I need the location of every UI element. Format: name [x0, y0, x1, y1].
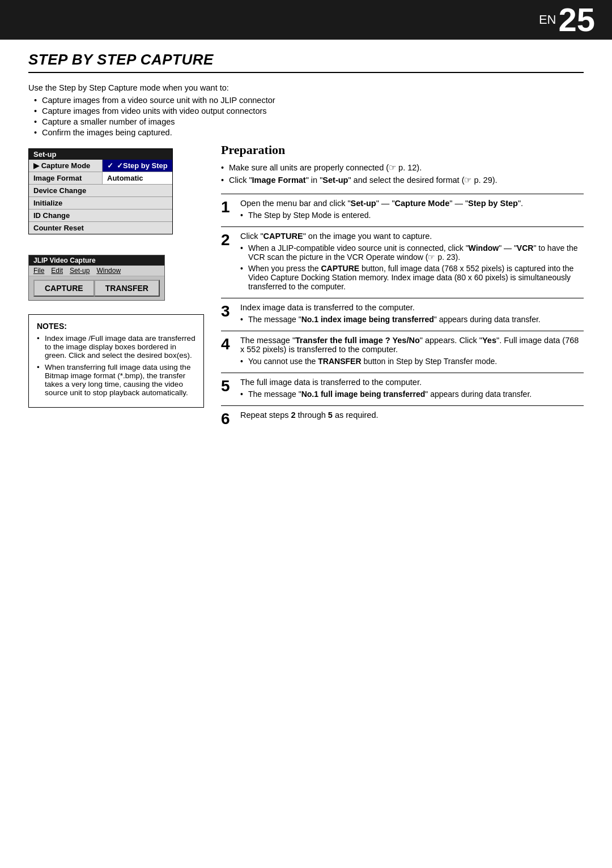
- setup-menu-value-capture: ✓✓Step by Step: [103, 160, 172, 172]
- step-6-num: 6: [221, 411, 240, 428]
- notes-bullet-2: When transferring full image data using …: [37, 363, 196, 397]
- setup-menu-row-device[interactable]: Device Change: [29, 185, 172, 197]
- page-number: 25: [558, 3, 595, 36]
- notes-bullets: Index image /Full image data are transfe…: [37, 334, 196, 397]
- checkmark-icon: ✓: [107, 161, 113, 170]
- intro-bullet-2: Capture images from video units with vid…: [34, 106, 584, 116]
- step-5-subs: The message "No.1 full image being trans…: [240, 390, 584, 399]
- prep-bullet-2: Click "Image Format" in "Set-up" and sel…: [221, 176, 584, 185]
- capture-button[interactable]: CAPTURE: [33, 280, 94, 297]
- step-6-main: Repeat steps 2 through 5 as required.: [240, 411, 584, 420]
- step-3: 3 Index image data is transferred to the…: [221, 298, 584, 331]
- step-4-content: The message "Transfer the full image ? Y…: [240, 336, 584, 368]
- step-4: 4 The message "Transfer the full image ?…: [221, 331, 584, 373]
- step-1-content: Open the menu bar and click "Set-up" — "…: [240, 199, 584, 222]
- notes-title: NOTES:: [37, 322, 196, 331]
- step-6-content: Repeat steps 2 through 5 as required.: [240, 411, 584, 428]
- preparation-heading: Preparation: [221, 143, 584, 157]
- intro-lead: Use the Step by Step Capture mode when y…: [28, 83, 584, 92]
- step-3-main: Index image data is transferred to the c…: [240, 303, 584, 312]
- setup-menu: Set-up ▶ Capture Mode ✓✓Step by Step Ima…: [28, 148, 173, 234]
- setup-menu-label-format: Image Format: [29, 172, 103, 184]
- header-bar: EN 25: [0, 0, 612, 40]
- setup-menu-row-format[interactable]: Image Format Automatic: [29, 172, 172, 185]
- step-3-sub-1: The message "No.1 index image being tran…: [240, 315, 584, 324]
- step-2-num: 2: [221, 232, 240, 293]
- step-5-main: The full image data is transferred to th…: [240, 378, 584, 387]
- step-1-main: Open the menu bar and click "Set-up" — "…: [240, 199, 584, 208]
- step-3-subs: The message "No.1 index image being tran…: [240, 315, 584, 324]
- setup-menu-row-capture[interactable]: ▶ Capture Mode ✓✓Step by Step: [29, 160, 172, 172]
- page-title: STEP BY STEP CAPTURE: [28, 51, 584, 73]
- step-5-content: The full image data is transferred to th…: [240, 378, 584, 401]
- step-1-sub-1: The Step by Step Mode is entered.: [240, 211, 584, 220]
- step-1-num: 1: [221, 199, 240, 222]
- step-3-content: Index image data is transferred to the c…: [240, 303, 584, 326]
- step-6: 6 Repeat steps 2 through 5 as required.: [221, 405, 584, 433]
- notes-box: NOTES: Index image /Full image data are …: [28, 314, 204, 408]
- intro-bullet-3: Capture a smaller number of images: [34, 117, 584, 126]
- step-2-sub-1: When a JLIP-compatible video source unit…: [240, 243, 584, 262]
- intro-bullet-1: Capture images from a video source unit …: [34, 96, 584, 105]
- setup-menu-rows: ▶ Capture Mode ✓✓Step by Step Image Form…: [29, 160, 172, 234]
- notes-bullet-1: Index image /Full image data are transfe…: [37, 334, 196, 360]
- setup-menu-row-idchange[interactable]: ID Change: [29, 209, 172, 222]
- step-1: 1 Open the menu bar and click "Set-up" —…: [221, 194, 584, 226]
- step-2-subs: When a JLIP-compatible video source unit…: [240, 243, 584, 291]
- step-2-main: Click "CAPTURE" on the image you want to…: [240, 232, 584, 241]
- en-label: EN: [539, 12, 556, 27]
- intro-bullets: Capture images from a video source unit …: [34, 96, 584, 137]
- jlip-buttons: CAPTURE TRANSFER: [29, 276, 164, 300]
- page-content: STEP BY STEP CAPTURE Use the Step by Ste…: [0, 40, 612, 455]
- jlip-menu-file[interactable]: File: [33, 267, 44, 275]
- step-5-num: 5: [221, 378, 240, 401]
- step-3-num: 3: [221, 303, 240, 326]
- jlip-menu-bar: File Edit Set-up Window: [29, 266, 164, 276]
- setup-menu-row-initialize[interactable]: Initialize: [29, 197, 172, 209]
- step-2-content: Click "CAPTURE" on the image you want to…: [240, 232, 584, 293]
- setup-menu-label-capture: ▶ Capture Mode: [29, 160, 103, 172]
- step-4-sub-1: You cannot use the TRANSFER button in St…: [240, 357, 584, 366]
- jlip-menu-edit[interactable]: Edit: [51, 267, 63, 275]
- jlip-menu-setup[interactable]: Set-up: [70, 267, 90, 275]
- arrow-right-icon: ▶: [33, 161, 41, 170]
- transfer-button[interactable]: TRANSFER: [94, 280, 160, 297]
- step-2-sub-2: When you press the CAPTURE button, full …: [240, 264, 584, 291]
- left-column: Set-up ▶ Capture Mode ✓✓Step by Step Ima…: [28, 143, 204, 433]
- intro-bullet-4: Confirm the images being captured.: [34, 128, 584, 137]
- setup-menu-value-format: Automatic: [103, 172, 172, 184]
- steps-list: 1 Open the menu bar and click "Set-up" —…: [221, 194, 584, 433]
- setup-menu-row-counterreset[interactable]: Counter Reset: [29, 222, 172, 234]
- jlip-menu-window[interactable]: Window: [96, 267, 121, 275]
- preparation-bullets: Make sure all units are properly connect…: [221, 163, 584, 185]
- jlip-window: JLIP Video Capture File Edit Set-up Wind…: [28, 255, 165, 301]
- step-4-num: 4: [221, 336, 240, 368]
- step-5-sub-1: The message "No.1 full image being trans…: [240, 390, 584, 399]
- two-column-layout: Set-up ▶ Capture Mode ✓✓Step by Step Ima…: [28, 143, 584, 433]
- step-4-main: The message "Transfer the full image ? Y…: [240, 336, 584, 354]
- prep-bullet-1: Make sure all units are properly connect…: [221, 163, 584, 172]
- step-1-subs: The Step by Step Mode is entered.: [240, 211, 584, 220]
- step-4-subs: You cannot use the TRANSFER button in St…: [240, 357, 584, 366]
- setup-menu-title: Set-up: [29, 149, 172, 160]
- step-2: 2 Click "CAPTURE" on the image you want …: [221, 226, 584, 298]
- step-5: 5 The full image data is transferred to …: [221, 373, 584, 405]
- right-column: Preparation Make sure all units are prop…: [221, 143, 584, 433]
- jlip-title-bar: JLIP Video Capture: [29, 255, 164, 266]
